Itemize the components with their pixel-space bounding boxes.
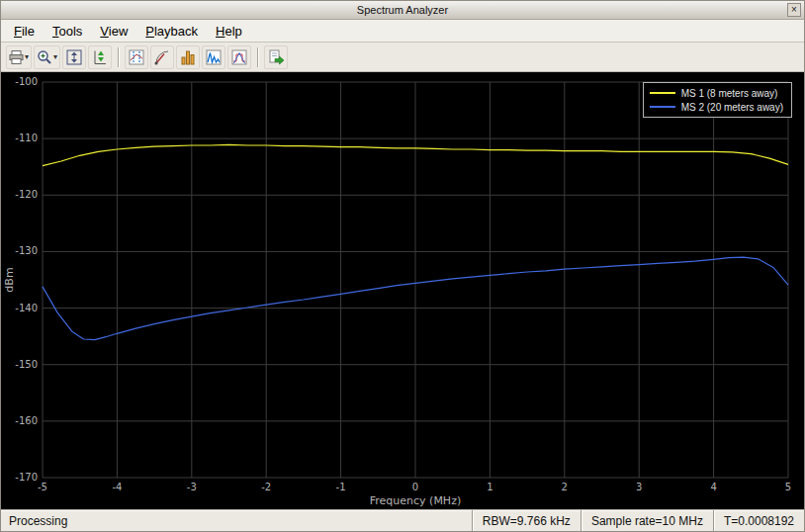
menu-playback[interactable]: Playback <box>136 21 207 42</box>
legend-label: MS 1 (8 meters away) <box>681 88 778 99</box>
legend-line-sample <box>650 92 675 94</box>
x-tick-label: -3 <box>187 482 197 492</box>
x-tick-label: -2 <box>261 482 271 492</box>
menu-view[interactable]: View <box>91 21 136 42</box>
close-button[interactable]: × <box>787 3 801 17</box>
menu-help[interactable]: Help <box>207 21 251 42</box>
legend-item-1[interactable]: MS 1 (8 meters away) <box>650 86 783 100</box>
status-time: T=0.0008192 <box>713 510 804 531</box>
legend-line-sample <box>650 106 675 108</box>
x-tick-label: -5 <box>38 482 47 492</box>
spectral-mask-icon <box>231 49 247 65</box>
distortion-measurements-icon <box>206 49 222 65</box>
x-tick-label: 2 <box>562 482 568 492</box>
y-tick-label: -100 <box>15 76 38 87</box>
autoscale-icon <box>92 49 108 65</box>
autoscale-y-button[interactable] <box>88 45 112 69</box>
title-bar: Spectrum Analyzer × <box>1 1 804 20</box>
print-button[interactable]: ▾ <box>6 45 32 69</box>
cursor-measurements-button[interactable] <box>125 45 148 69</box>
menu-file[interactable]: File <box>5 21 44 42</box>
distortion-measurements-button[interactable] <box>202 45 225 69</box>
legend-item-2[interactable]: MS 2 (20 meters away) <box>650 100 783 114</box>
y-tick-label: -120 <box>15 189 38 200</box>
spectrum-analyzer-window: Spectrum Analyzer × File Tools View Play… <box>0 0 805 532</box>
dropdown-arrow-icon: ▾ <box>25 52 29 61</box>
step-forward-button[interactable] <box>264 45 288 69</box>
tool-bar: ▾ ▾ <box>1 43 804 72</box>
step-forward-icon <box>268 49 285 65</box>
plot-panel: -5-4-3-2-1012345-170-160-150-140-130-120… <box>1 72 804 509</box>
y-tick-label: -130 <box>15 245 38 256</box>
x-tick-label: 0 <box>412 482 418 492</box>
status-rbw: RBW=9.766 kHz <box>472 510 581 531</box>
x-tick-label: 5 <box>785 482 791 492</box>
y-tick-label: -170 <box>15 472 38 483</box>
x-tick-label: 4 <box>710 482 716 492</box>
x-axis-label: Frequency (MHz) <box>370 494 461 507</box>
x-tick-label: 1 <box>487 482 492 492</box>
spectral-mask-button[interactable] <box>227 45 251 69</box>
y-tick-label: -160 <box>15 415 38 426</box>
fit-to-view-icon <box>66 49 82 65</box>
x-tick-label: -1 <box>336 482 346 492</box>
menu-bar: File Tools View Playback Help <box>1 20 804 43</box>
y-axis-label: dBm <box>3 267 16 292</box>
x-tick-label: -4 <box>112 482 122 492</box>
magnifier-plus-icon <box>37 49 52 65</box>
cursor-measurements-icon <box>129 49 144 65</box>
x-tick-label: 3 <box>636 482 642 492</box>
plot-canvas[interactable]: -5-4-3-2-1012345-170-160-150-140-130-120… <box>1 72 804 509</box>
y-tick-label: -110 <box>15 133 38 143</box>
printer-icon <box>9 50 24 64</box>
zoom-in-button[interactable]: ▾ <box>34 45 60 69</box>
dropdown-arrow-icon: ▾ <box>53 52 57 61</box>
signal-statistics-button[interactable] <box>150 45 174 69</box>
plot-background <box>1 72 804 509</box>
y-tick-label: -140 <box>15 303 38 313</box>
toolbar-separator <box>257 47 258 67</box>
peak-finder-icon <box>180 49 196 65</box>
legend-label: MS 2 (20 meters away) <box>681 102 783 113</box>
window-title: Spectrum Analyzer <box>1 1 804 19</box>
menu-tools[interactable]: Tools <box>44 21 91 42</box>
y-tick-label: -150 <box>15 359 38 370</box>
signal-statistics-icon <box>154 49 170 65</box>
toolbar-separator <box>118 47 119 67</box>
peak-finder-button[interactable] <box>176 45 200 69</box>
fit-to-view-button[interactable] <box>62 45 86 69</box>
status-bar: Processing RBW=9.766 kHz Sample rate=10 … <box>1 509 804 531</box>
status-message: Processing <box>1 510 472 531</box>
status-sample-rate: Sample rate=10 MHz <box>581 510 713 531</box>
legend[interactable]: MS 1 (8 meters away)MS 2 (20 meters away… <box>643 82 792 118</box>
